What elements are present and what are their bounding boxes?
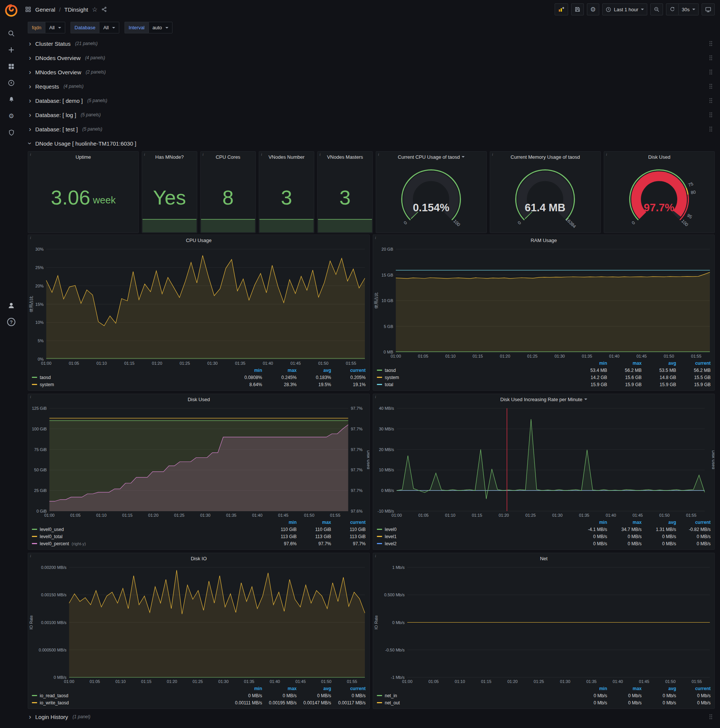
legend-column-min[interactable]: min	[573, 520, 607, 525]
legend-column-max[interactable]: max	[262, 686, 297, 691]
variable-label[interactable]: fqdn	[28, 22, 45, 34]
panel-title[interactable]: RAM Usage	[373, 235, 714, 245]
panel-info-icon[interactable]: i	[30, 554, 31, 558]
row-drag-handle[interactable]	[709, 69, 712, 75]
series-name[interactable]: system	[385, 375, 399, 380]
explore-compass-icon[interactable]	[0, 75, 23, 91]
row-drag-handle[interactable]	[709, 714, 712, 720]
panel-info-icon[interactable]: i	[375, 395, 376, 399]
time-range-picker[interactable]: Last 1 hour	[602, 3, 647, 15]
panel-info-icon[interactable]: i	[375, 236, 376, 240]
row-drag-handle[interactable]	[709, 98, 712, 104]
series-name[interactable]: level2	[385, 541, 397, 546]
panel-info-icon[interactable]: i	[30, 152, 31, 156]
search-icon[interactable]	[0, 25, 23, 42]
panel-title[interactable]: Uptime	[28, 151, 138, 162]
legend-column-min[interactable]: min	[262, 520, 297, 525]
variable-value-dropdown[interactable]: All	[99, 22, 119, 34]
row-drag-handle[interactable]	[709, 84, 712, 89]
dashboard-settings-button[interactable]: ⚙	[587, 3, 599, 15]
server-admin-shield-icon[interactable]	[0, 124, 23, 141]
legend-column-avg[interactable]: avg	[297, 368, 331, 373]
star-icon[interactable]: ☆	[92, 6, 98, 14]
panel-info-icon[interactable]: i	[30, 395, 31, 399]
legend-column-current[interactable]: current	[676, 686, 711, 691]
panel-title[interactable]: Disk Used Increasing Rate per Minute	[373, 394, 714, 405]
panel-info-icon[interactable]: i	[492, 152, 493, 156]
legend-column-avg[interactable]: avg	[642, 520, 676, 525]
add-icon[interactable]	[0, 42, 23, 58]
dashboard-row-requests[interactable]: ›Requests(4 panels)	[28, 80, 715, 93]
configuration-gear-icon[interactable]: ⚙	[0, 108, 23, 124]
series-name[interactable]: level0_total	[40, 534, 63, 539]
legend-column-min[interactable]: min	[227, 368, 262, 373]
dashboard-row-cluster-status[interactable]: ›Cluster Status(21 panels)	[28, 37, 715, 50]
panel-info-icon[interactable]: i	[378, 152, 379, 156]
panel-title[interactable]: Current CPU Usage of taosd	[376, 151, 487, 162]
dashboard-row-dnode-usage-huolinhe-tm1701-6030[interactable]: ›DNode Usage [ huolinhe-TM1701:6030 ]	[28, 137, 715, 150]
series-name[interactable]: level0	[385, 527, 397, 532]
panel-title[interactable]: CPU Cores	[201, 151, 255, 162]
legend-column-avg[interactable]: avg	[642, 361, 676, 366]
panel-title[interactable]: Disk IO	[28, 553, 369, 564]
row-drag-handle[interactable]	[709, 127, 712, 132]
panel-title[interactable]: VNodes Masters	[317, 151, 372, 162]
legend-column-max[interactable]: max	[607, 361, 642, 366]
panel-info-icon[interactable]: i	[144, 152, 145, 156]
dashboard-row-database-demo[interactable]: ›Database: [ demo ](5 panels)	[28, 94, 715, 107]
panel-title[interactable]: Current Memory Usage of taosd	[490, 151, 600, 162]
legend-column-max[interactable]: max	[607, 520, 642, 525]
legend-column-max[interactable]: max	[262, 368, 297, 373]
panel-title[interactable]: CPU Usage	[28, 235, 369, 245]
grafana-logo[interactable]	[4, 3, 18, 18]
legend-column-min[interactable]: min	[573, 686, 607, 691]
variable-label[interactable]: Database	[70, 22, 99, 34]
alerting-bell-icon[interactable]	[0, 91, 23, 108]
dashboard-row-login-history[interactable]: ›Login History(1 panel)	[28, 710, 715, 723]
help-icon[interactable]: ?	[0, 314, 23, 330]
legend-column-avg[interactable]: avg	[642, 686, 676, 691]
series-name[interactable]: level0_used	[40, 527, 64, 532]
legend-column-current[interactable]: current	[676, 361, 711, 366]
panel-title[interactable]: Disk Used	[28, 394, 369, 405]
series-name[interactable]: level1	[385, 534, 397, 539]
series-name[interactable]: io_read_taosd	[40, 693, 68, 698]
legend-column-min[interactable]: min	[573, 361, 607, 366]
legend-column-current[interactable]: current	[331, 368, 366, 373]
add-panel-button[interactable]	[555, 3, 568, 15]
panel-info-icon[interactable]: i	[30, 236, 31, 240]
dashboard-row-dnodes-overview[interactable]: ›DNodes Overview(4 panels)	[28, 51, 715, 64]
series-name[interactable]: taosd	[385, 368, 396, 373]
share-icon[interactable]	[101, 6, 107, 12]
save-dashboard-button[interactable]	[571, 3, 584, 15]
legend-column-current[interactable]: current	[331, 520, 366, 525]
series-name[interactable]: total	[385, 382, 394, 387]
series-name[interactable]: level0_percent	[40, 541, 69, 546]
refresh-interval-button[interactable]: 30s	[679, 3, 699, 15]
panel-title[interactable]: Disk Used	[604, 151, 714, 162]
panel-title[interactable]: Has MNode?	[142, 151, 197, 162]
legend-column-min[interactable]: min	[227, 686, 262, 691]
panel-title[interactable]: VNodes Number	[259, 151, 314, 162]
series-name[interactable]: system	[40, 382, 54, 387]
zoom-out-button[interactable]	[650, 3, 663, 15]
panel-info-icon[interactable]: i	[203, 152, 204, 156]
panel-info-icon[interactable]: i	[261, 152, 262, 156]
breadcrumb-title[interactable]: TDinsight	[64, 6, 88, 13]
legend-column-current[interactable]: current	[676, 520, 711, 525]
variable-value-dropdown[interactable]: All	[45, 22, 65, 34]
row-drag-handle[interactable]	[709, 112, 712, 118]
dashboard-row-database-log[interactable]: ›Database: [ log ](5 panels)	[28, 109, 715, 121]
panel-info-icon[interactable]: i	[319, 152, 320, 156]
legend-column-current[interactable]: current	[331, 686, 366, 691]
legend-column-max[interactable]: max	[607, 686, 642, 691]
cycle-view-mode-button[interactable]	[702, 3, 715, 15]
panel-info-icon[interactable]: i	[375, 554, 376, 558]
row-drag-handle[interactable]	[709, 41, 712, 46]
panel-info-icon[interactable]: i	[606, 152, 607, 156]
series-name[interactable]: taosd	[40, 375, 50, 380]
variable-value-dropdown[interactable]: auto	[148, 22, 172, 34]
dashboard-row-mnodes-overview[interactable]: ›MNodes Overview(2 panels)	[28, 66, 715, 78]
series-name[interactable]: net_in	[385, 693, 397, 698]
legend-column-avg[interactable]: avg	[297, 686, 331, 691]
